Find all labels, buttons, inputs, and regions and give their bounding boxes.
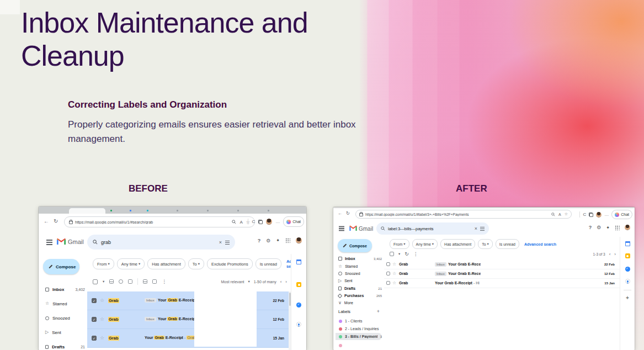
filter-chip-exclude-promotions[interactable]: Exclude Promotions: [207, 258, 253, 269]
report-spam-icon[interactable]: [119, 279, 123, 284]
search-value[interactable]: label:3---bills---payments: [388, 226, 472, 231]
sidebar-item-inbox[interactable]: Inbox 3,402: [45, 286, 85, 293]
contacts-icon[interactable]: [625, 279, 630, 284]
star-icon[interactable]: ☆: [100, 335, 104, 341]
sidebar-item-snoozed[interactable]: Snoozed: [45, 315, 85, 321]
tasks-icon[interactable]: [296, 303, 301, 307]
search-options-icon[interactable]: [480, 226, 485, 231]
clear-search-icon[interactable]: ×: [219, 240, 222, 245]
hamburger-menu-icon[interactable]: [339, 228, 344, 229]
newer-page-icon[interactable]: ‹: [609, 252, 611, 257]
filter-chip-attachment[interactable]: Has attachment: [147, 258, 185, 269]
search-options-icon[interactable]: [225, 240, 230, 245]
newer-page-icon[interactable]: ‹: [280, 279, 282, 284]
refresh-icon[interactable]: ↻: [346, 211, 350, 216]
older-page-icon[interactable]: ›: [614, 252, 616, 257]
star-icon[interactable]: ☆: [100, 316, 104, 322]
settings-gear-icon[interactable]: ⚙: [597, 225, 601, 230]
gemini-sparkle-icon[interactable]: ✦: [276, 238, 280, 243]
email-row[interactable]: ✓ ☆ Grab Inbox Your Grab E-Receipt - 12 …: [87, 310, 289, 329]
filter-chip-to[interactable]: To: [478, 239, 493, 249]
zoom-icon[interactable]: [551, 213, 555, 216]
address-bar[interactable]: https://mail.google.com/mail/u/1/#search…: [64, 216, 255, 227]
filter-chip-from[interactable]: From: [93, 258, 114, 269]
clear-search-icon[interactable]: ×: [475, 226, 477, 231]
help-icon[interactable]: ?: [589, 225, 592, 230]
row-checkbox[interactable]: [386, 272, 390, 275]
email-row[interactable]: ✓ ☆ Grab Inbox Your Grab E-Receipt - 22 …: [87, 291, 289, 310]
sidebar-item-snoozed[interactable]: Snoozed: [338, 271, 382, 277]
get-addons-icon[interactable]: +: [626, 295, 629, 301]
browser-essentials-icon[interactable]: C: [252, 219, 255, 224]
compose-button[interactable]: Compose: [338, 239, 372, 252]
copilot-chat-button[interactable]: Chat: [283, 216, 304, 227]
browser-profile-avatar[interactable]: [266, 219, 272, 225]
label-item-bills-payments[interactable]: 3 - Bills / Payments 3: [336, 333, 382, 340]
settings-gear-icon[interactable]: ⚙: [266, 238, 270, 243]
email-row[interactable]: ☆ Grab Your Grab E-Receipt - Hi 15 Jan: [384, 279, 620, 288]
collections-icon[interactable]: [258, 220, 263, 224]
search-value[interactable]: grab: [101, 240, 216, 245]
email-row[interactable]: ☆ Grab Inbox Your Grab E-Rece 22 Feb: [384, 260, 620, 269]
sidebar-item-starred[interactable]: ☆ Starred: [338, 263, 382, 269]
filter-chip-anytime[interactable]: Any time: [412, 239, 438, 249]
row-checkbox[interactable]: [386, 262, 390, 266]
older-page-icon[interactable]: ›: [285, 279, 287, 284]
select-dropdown-icon[interactable]: ▾: [398, 252, 400, 256]
sidebar-item-more[interactable]: ∨ More: [338, 300, 382, 306]
row-checkbox-checked[interactable]: ✓: [92, 298, 97, 303]
filter-chip-unread[interactable]: Is unread: [256, 258, 281, 269]
search-input[interactable]: grab ×: [87, 235, 235, 250]
sort-selector[interactable]: Most relevant: [221, 280, 244, 284]
star-icon[interactable]: ☆: [392, 280, 396, 285]
more-options-icon[interactable]: ⋮: [413, 251, 418, 257]
keep-icon[interactable]: [625, 253, 630, 258]
star-icon[interactable]: ☆: [392, 262, 396, 267]
collections-icon[interactable]: [589, 213, 593, 217]
delete-icon[interactable]: [128, 279, 132, 284]
read-aloud-icon[interactable]: A: [558, 213, 561, 216]
select-all-checkbox[interactable]: [390, 252, 394, 256]
browser-tab-strip[interactable]: [39, 206, 306, 214]
advanced-search-link[interactable]: Advanced search: [524, 242, 556, 246]
copilot-chat-button[interactable]: Chat: [611, 210, 632, 219]
label-item-clients[interactable]: 1 - Clients: [336, 317, 382, 325]
mark-read-icon[interactable]: [143, 279, 147, 284]
label-item-leads[interactable]: 2 - Leads / Inquiries: [336, 325, 382, 332]
calendar-icon[interactable]: [296, 259, 301, 264]
refresh-icon[interactable]: ↻: [54, 218, 58, 224]
sidebar-item-drafts[interactable]: Drafts 21: [45, 343, 85, 350]
sidebar-item-starred[interactable]: ☆ Starred: [45, 300, 85, 307]
archive-icon[interactable]: [109, 279, 114, 284]
search-input[interactable]: label:3---bills---payments ×: [376, 222, 489, 235]
read-aloud-icon[interactable]: A: [239, 220, 242, 225]
calendar-icon[interactable]: [625, 241, 630, 246]
sidebar-item-drafts[interactable]: Drafts 21: [338, 285, 382, 291]
compose-button[interactable]: Compose: [43, 259, 79, 274]
gemini-sparkle-icon[interactable]: ✦: [606, 225, 610, 230]
refresh-list-icon[interactable]: ↻: [405, 251, 409, 257]
keep-icon[interactable]: [296, 282, 301, 287]
gmail-profile-avatar[interactable]: [296, 237, 302, 243]
star-icon[interactable]: ☆: [392, 271, 396, 276]
url-text[interactable]: https://mail.google.com/mail/u/1/#search…: [75, 220, 230, 224]
filter-chip-from[interactable]: From: [390, 239, 409, 249]
browser-essentials-icon[interactable]: C: [583, 212, 586, 217]
more-options-icon[interactable]: ⋮: [162, 279, 167, 284]
help-icon[interactable]: ?: [258, 238, 261, 243]
select-dropdown-icon[interactable]: ▾: [103, 279, 104, 284]
tasks-icon[interactable]: [625, 267, 630, 272]
add-label-icon[interactable]: +: [377, 309, 380, 314]
sidebar-item-sent[interactable]: ▷ Sent: [338, 278, 382, 284]
zoom-icon[interactable]: [232, 220, 236, 224]
back-icon[interactable]: ←: [338, 211, 342, 216]
address-bar[interactable]: https://mail.google.com/mail/u/1/#label/…: [355, 210, 572, 219]
browser-profile-avatar[interactable]: [596, 212, 602, 218]
filter-chip-unread[interactable]: Is unread: [496, 239, 519, 249]
contacts-icon[interactable]: [296, 322, 301, 327]
favorites-star-icon[interactable]: ☆: [565, 212, 568, 216]
row-checkbox-checked[interactable]: ✓: [92, 317, 97, 322]
sidebar-item-sent[interactable]: ▷ Sent: [45, 329, 85, 336]
gmail-profile-avatar[interactable]: [625, 225, 630, 230]
back-icon[interactable]: ←: [44, 218, 49, 224]
